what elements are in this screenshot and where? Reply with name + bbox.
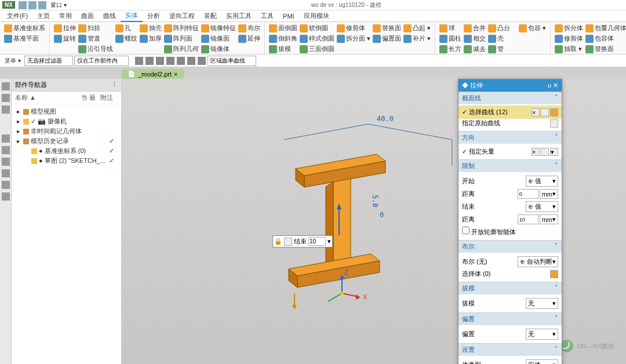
dynamic-input[interactable]: 🔒 结束 ▾ (272, 235, 333, 247)
dropdown-icon[interactable]: ▾ (327, 238, 331, 245)
ribbon-button[interactable]: 孔 (115, 23, 138, 33)
qat-window[interactable]: 窗口 ▾ (48, 0, 69, 10)
ribbon-button[interactable]: 加厚 (139, 34, 162, 43)
ribbon-button[interactable]: 抽壳 (139, 23, 162, 33)
qat-icon[interactable] (38, 1, 46, 9)
rail-icon[interactable] (2, 146, 10, 154)
ribbon-tab[interactable]: PMI (278, 12, 299, 21)
ribbon-button[interactable]: 偏置面 (372, 34, 402, 43)
undo-icon[interactable]: × (532, 108, 540, 117)
menu-dropdown[interactable]: 菜单 ▾ (2, 56, 23, 66)
ribbon-button[interactable]: 减去 (463, 44, 486, 54)
bodytype-select[interactable]: 实体▾ (526, 359, 558, 364)
ribbon-tab[interactable]: 实体 (121, 10, 143, 22)
ribbon-button[interactable]: 拆分面 ▾ (336, 34, 371, 43)
collapse-icon[interactable]: ˄ (555, 284, 558, 293)
ribbon-button[interactable]: 拔模 (268, 44, 298, 54)
section-header[interactable]: 拔模˄ (458, 282, 562, 294)
tree-row[interactable]: ▸✓ 📷 摄像机 (14, 117, 119, 126)
unit-select[interactable]: mm▾ (540, 214, 558, 224)
end-distance-input[interactable] (518, 214, 538, 224)
ribbon-button[interactable]: 长方 (439, 44, 462, 54)
offset-select[interactable]: 无▾ (526, 329, 558, 340)
float-value[interactable] (308, 237, 326, 246)
file-tab[interactable]: 📄 _model2.prt × (122, 69, 184, 79)
start-distance-input[interactable] (518, 189, 538, 199)
vector-menu-icon[interactable]: ▾ (550, 148, 558, 156)
dialog-titlebar[interactable]: ◆ 拉伸 υ✕ (458, 79, 562, 92)
ribbon-button[interactable]: 旋转 (53, 34, 77, 43)
close-icon[interactable]: × (174, 71, 177, 78)
col-note[interactable]: 附注 (100, 93, 113, 102)
tool-icon[interactable] (156, 57, 164, 65)
nav-menu-icon[interactable]: ⋮ (111, 81, 118, 89)
ribbon-button[interactable]: 替换面 (372, 23, 402, 33)
tree-row[interactable]: ▸模型历史记录✓ (14, 136, 119, 146)
bool-select[interactable]: ⊕ 自动判断▾ (518, 256, 558, 267)
ribbon-button[interactable]: 基准坐标系 (3, 23, 46, 33)
ribbon-button[interactable]: 包容体 (585, 34, 626, 43)
ribbon-button[interactable]: 补片 ▾ (403, 34, 431, 43)
help-icon[interactable]: υ (548, 82, 551, 89)
expand-icon[interactable]: ▸ (17, 128, 21, 135)
end-select[interactable]: ⊕ 值▾ (526, 201, 558, 212)
section-header[interactable]: 限制˄ (458, 159, 562, 172)
tool-icon[interactable] (198, 57, 206, 65)
ribbon-button[interactable]: 拉伸 (53, 23, 77, 33)
tree-row[interactable]: ● 草图 (2) "SKETCH_...✓ (14, 156, 119, 166)
collapse-icon[interactable]: ˄ (555, 133, 558, 142)
section-header[interactable]: 方向˄ (458, 131, 562, 144)
tool-icon[interactable] (166, 57, 174, 65)
ribbon-button[interactable]: 修剪体 (336, 23, 371, 33)
ribbon-button[interactable]: 管 (487, 44, 517, 54)
start-select[interactable]: ⊕ 值▾ (526, 176, 558, 187)
ribbon-button[interactable]: 阵列面 (163, 34, 199, 43)
sketch-icon[interactable] (541, 108, 549, 117)
tool-icon[interactable] (145, 57, 154, 65)
col-current[interactable]: 当 最 (81, 93, 96, 102)
orig-curve-row[interactable]: 指定原始曲线 (462, 118, 558, 129)
select-body-row[interactable]: 选择体 (0) (462, 268, 558, 279)
qat-icon[interactable] (19, 1, 27, 9)
ribbon-button[interactable]: 软倒圆 (299, 23, 335, 33)
expand-icon[interactable]: ▸ (17, 118, 21, 125)
expand-icon[interactable]: ▸ (17, 137, 21, 145)
tree-row[interactable]: ▸模型视图 (14, 107, 119, 117)
rail-icon[interactable] (2, 105, 10, 114)
select-curve-row[interactable]: ✓ 选择曲线 (12) × (458, 105, 562, 119)
nav-columns[interactable]: 名称 ▲ 当 最 附注 (12, 92, 121, 104)
ribbon-button[interactable]: 扫掠 (78, 23, 114, 33)
ribbon-tab[interactable]: 实用工具 (221, 10, 256, 21)
ribbon-button[interactable]: 镜像面 (201, 34, 236, 43)
lock-icon[interactable]: 🔒 (274, 238, 282, 245)
tool-icon[interactable] (135, 57, 143, 65)
collapse-icon[interactable]: ˄ (555, 242, 558, 251)
vector-row[interactable]: ✓ 指定矢量 ×▾ (462, 146, 558, 157)
rail-icon[interactable] (2, 94, 10, 102)
ribbon-button[interactable]: 包容 ▾ (518, 23, 547, 33)
reverse-icon[interactable]: × (532, 148, 540, 156)
ribbon-tab[interactable]: 装配 (199, 10, 221, 21)
ribbon-button[interactable]: 面倒圆 (268, 23, 298, 33)
ribbon-button[interactable]: 沿引导线 (78, 44, 114, 54)
collapse-icon[interactable]: ˄ (555, 94, 558, 103)
rail-icon[interactable] (2, 82, 10, 90)
ribbon-button[interactable]: 包覆几何体 (585, 23, 626, 33)
ribbon-button[interactable]: 样式倒圆 (299, 34, 335, 43)
ribbon-tab[interactable]: 工具 (256, 10, 278, 21)
ribbon-tab[interactable]: 分析 (143, 10, 165, 21)
rail-icon[interactable] (2, 134, 10, 143)
ribbon-button[interactable]: 镜像体 (201, 44, 236, 54)
filter-select-2[interactable]: 仅在工作部件内 (74, 56, 129, 66)
ribbon-button[interactable]: 合并 (463, 23, 486, 33)
tool-icon[interactable] (177, 57, 185, 65)
ribbon-button[interactable]: 阵列几何 (163, 44, 199, 54)
section-header[interactable]: 设置˄ (458, 343, 562, 356)
ribbon-button[interactable]: 延伸 (238, 34, 261, 43)
ribbon-button[interactable]: 抽取 ▾ (554, 44, 584, 54)
draft-select[interactable]: 无▾ (526, 298, 558, 309)
ribbon-button[interactable]: 螺纹 (115, 34, 138, 43)
tree-row[interactable]: ▸非时间戳记几何体 (14, 126, 119, 136)
ribbon-button[interactable]: 球 (439, 23, 462, 33)
body-icon[interactable] (550, 270, 558, 278)
